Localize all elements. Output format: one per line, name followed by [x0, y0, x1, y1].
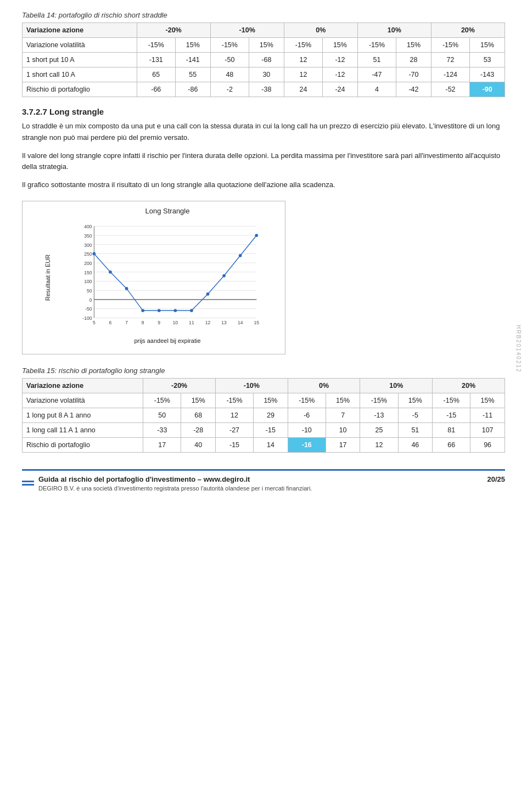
- table2-cell-1-1: 68: [181, 408, 216, 422]
- table2-cell-2-5: 10: [326, 422, 360, 437]
- svg-text:150: 150: [84, 270, 92, 275]
- table2-cell-2-1: -28: [181, 422, 216, 437]
- table1-cell-0-2: -15%: [210, 38, 249, 53]
- table1-cell-0-3: 15%: [249, 38, 284, 53]
- table2-cell-1-6: -13: [360, 408, 398, 422]
- table2-cell-2-3: -15: [254, 422, 288, 437]
- svg-point-43: [222, 274, 226, 278]
- table1-row-2: 1 short call 10 A6555483012-12-47-70-124…: [23, 67, 505, 82]
- table2-col-0: 0%: [288, 378, 360, 393]
- table1-cell-1-6: 51: [357, 53, 396, 67]
- table1-cell-0-5: 15%: [323, 38, 358, 53]
- table1-cell-3-9: -90: [470, 82, 505, 97]
- table2-cell-0-1: 15%: [181, 393, 216, 408]
- svg-text:-100: -100: [82, 315, 92, 321]
- table2-row-1: 1 long put 8 A 1 anno50681229-67-13-5-15…: [23, 408, 505, 422]
- svg-text:200: 200: [84, 261, 92, 266]
- footer-icon: [22, 481, 34, 486]
- table2-cell-1-9: -11: [470, 408, 505, 422]
- table2-cell-0-4: -15%: [288, 393, 326, 408]
- footer-left: Guida al rischio del portafoglio d'inves…: [22, 475, 312, 492]
- table2-cell-1-0: 50: [143, 408, 181, 422]
- footer: Guida al rischio del portafoglio d'inves…: [22, 469, 505, 492]
- table2-cell-2-6: 25: [360, 422, 398, 437]
- table1-cell-2-2: 48: [210, 67, 249, 82]
- table1-cell-1-3: -68: [249, 53, 284, 67]
- table1-cell-1-4: 12: [284, 53, 322, 67]
- table1-col-pos10: 10%: [357, 23, 431, 38]
- table1-cell-3-2: -2: [210, 82, 249, 97]
- table2-cell-0-7: 15%: [398, 393, 433, 408]
- table2-cell-3-9: 96: [470, 437, 505, 452]
- svg-text:9: 9: [158, 320, 160, 325]
- table2-col-neg10: -10%: [215, 378, 288, 393]
- table1-cell-2-1: 55: [175, 67, 210, 82]
- svg-text:6: 6: [109, 320, 112, 325]
- svg-point-40: [173, 309, 177, 312]
- table1-cell-2-6: -47: [357, 67, 396, 82]
- table2-row-label-3: Rischio di portafoglio: [23, 437, 143, 452]
- table1-row-label-0: Variazione volatilità: [23, 38, 137, 53]
- footer-line-2: [22, 484, 34, 486]
- table2-cell-2-2: -27: [215, 422, 253, 437]
- table2: Variazione azione -20% -10% 0% 10% 20% V…: [22, 378, 505, 453]
- table1-cell-1-2: -50: [210, 53, 249, 67]
- table1: Variazione azione -20% -10% 0% 10% 20% V…: [22, 22, 505, 97]
- svg-text:13: 13: [221, 320, 227, 325]
- table1-cell-1-0: -131: [137, 53, 175, 67]
- chart-xlabel: prijs aandeel bij expiratie: [55, 337, 279, 344]
- table1-cell-2-0: 65: [137, 67, 175, 82]
- paragraph-2: Il valore del long strangle copre infatt…: [22, 150, 505, 173]
- table2-row-label-1: 1 long put 8 A 1 anno: [23, 408, 143, 422]
- table1-cell-0-9: 15%: [470, 38, 505, 53]
- table1-row-1: 1 short put 10 A-131-141-50-6812-1251287…: [23, 53, 505, 67]
- table2-cell-0-9: 15%: [470, 393, 505, 408]
- svg-point-41: [190, 309, 193, 312]
- table2-cell-3-4: -16: [288, 437, 326, 452]
- table1-cell-2-3: 30: [249, 67, 284, 82]
- table1-cell-2-7: -70: [396, 67, 431, 82]
- table2-row-0: Variazione volatilità-15%15%-15%15%-15%1…: [23, 393, 505, 408]
- svg-text:7: 7: [125, 320, 128, 325]
- svg-text:250: 250: [84, 251, 92, 257]
- table2-caption: Tabella 15: rischio di portafoglio long …: [22, 366, 505, 375]
- table1-cell-3-6: 4: [357, 82, 396, 97]
- svg-point-37: [125, 287, 128, 290]
- table2-cell-0-6: -15%: [360, 393, 398, 408]
- svg-text:100: 100: [84, 279, 92, 284]
- svg-text:12: 12: [205, 320, 211, 325]
- table1-row-0: Variazione volatilità-15%15%-15%15%-15%1…: [23, 38, 505, 53]
- table1-col-neg10: -10%: [210, 23, 284, 38]
- table2-cell-0-0: -15%: [143, 393, 181, 408]
- svg-point-35: [93, 252, 96, 256]
- table2-col-pos10: 10%: [360, 378, 433, 393]
- svg-text:0: 0: [89, 297, 92, 303]
- footer-line-1: [22, 481, 34, 482]
- svg-text:50: 50: [87, 288, 92, 294]
- table1-cell-1-5: -12: [323, 53, 358, 67]
- table2-cell-3-1: 40: [181, 437, 216, 452]
- table2-cell-2-8: 81: [433, 422, 470, 437]
- table2-cell-0-2: -15%: [215, 393, 253, 408]
- table1-cell-0-0: -15%: [137, 38, 175, 53]
- footer-guide-title: Guida al rischio del portafoglio d'inves…: [38, 475, 312, 483]
- svg-text:8: 8: [142, 320, 144, 325]
- table1-cell-2-8: -124: [431, 67, 469, 82]
- chart-ylabel: Resultaat in EUR: [44, 255, 51, 301]
- table1-cell-0-8: -15%: [431, 38, 469, 53]
- footer-company-info: DEGIRO B.V. è una società d'investimento…: [38, 485, 312, 492]
- table2-col-neg20: -20%: [143, 378, 216, 393]
- table1-row-label-2: 1 short call 10 A: [23, 67, 137, 82]
- table2-cell-2-0: -33: [143, 422, 181, 437]
- table2-cell-3-7: 46: [398, 437, 433, 452]
- table1-cell-2-9: -143: [470, 67, 505, 82]
- table1-cell-3-4: 24: [284, 82, 322, 97]
- svg-text:300: 300: [84, 243, 92, 248]
- table2-cell-3-2: -15: [215, 437, 253, 452]
- table2-cell-1-8: -15: [433, 408, 470, 422]
- table2-row-3: Rischio di portafoglio1740-1514-16171246…: [23, 437, 505, 452]
- table1-cell-2-4: 12: [284, 67, 322, 82]
- table2-cell-2-4: -10: [288, 422, 326, 437]
- table1-cell-0-6: -15%: [357, 38, 396, 53]
- table1-cell-0-4: -15%: [284, 38, 322, 53]
